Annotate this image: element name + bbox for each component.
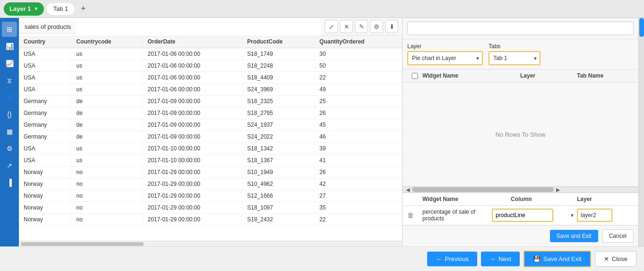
table-cell: 2017-01-10 00:00:00 [143,143,242,155]
table-cell: USA [19,60,71,72]
select-all-checkbox[interactable] [407,73,422,79]
widget-name-col-header: Widget Name [422,72,520,79]
right-vertical-scrollbar[interactable] [638,18,644,246]
table-cell: 2017-01-29 00:00:00 [143,190,242,202]
settings2-icon[interactable]: ⚙ [370,20,383,33]
widget-data-layer-col: Layer [577,196,634,202]
close-x-icon: ✕ [604,255,609,262]
sidebar-layers-icon[interactable]: ⊞ [2,22,17,37]
table-cell: 30 [315,48,402,60]
right-hscroll-thumb[interactable] [412,187,554,192]
table-cell: 2017-01-29 00:00:00 [143,178,242,190]
prev-arrow-icon: ← [436,255,442,262]
delete-widget-icon[interactable]: 🗑 [407,211,422,219]
data-table: Country Countrycode OrderDate ProductCod… [19,35,402,226]
data-panel: sales of products ⤢ ✕ ✎ ⚙ ⬇ Country Coun… [19,18,402,246]
previous-label: Previous [445,255,469,262]
sidebar-settings-icon[interactable]: ⚙ [2,141,17,156]
move-icon[interactable]: ⤢ [325,20,338,33]
table-cell: no [71,190,143,202]
layer-select[interactable]: Pie chart in Layer [407,51,483,65]
table-row: USAus2017-01-10 00:00:00S18_134239 [19,143,402,155]
download-icon[interactable]: ⬇ [385,20,398,33]
table-cell: no [71,166,143,178]
table-row: USAus2017-01-06 00:00:00S18_174930 [19,48,402,60]
save-and-exit-button[interactable]: 💾 Save And Exit [524,251,591,267]
table-row: Norwayno2017-01-29 00:00:00S18_243222 [19,214,402,226]
table-cell: de [71,119,143,131]
table-cell: 2017-01-09 00:00:00 [143,96,242,107]
table-cell: 2017-01-29 00:00:00 [143,202,242,214]
cancel-button-top[interactable]: Cancel [602,229,634,243]
sidebar-bar-chart-icon[interactable]: ▐ [2,175,17,190]
sidebar-code-icon[interactable]: {} [2,107,17,122]
tab1-label: Tab 1 [53,5,68,12]
close-button[interactable]: ✕ Close [595,251,636,267]
table-cell: us [71,60,143,72]
table-cell: S24_2022 [242,131,314,143]
widget-data-column-col: Column [511,196,577,202]
select-icon[interactable]: ✕ [340,20,353,33]
previous-button[interactable]: ← Previous [427,252,477,266]
table-cell: us [71,48,143,60]
tab1-item[interactable]: Tab 1 [46,2,75,16]
h-scroll-thumb[interactable] [21,242,144,246]
table-cell: 49 [315,84,402,96]
table-cell: 25 [315,96,402,107]
table-cell: S18_1367 [242,155,314,166]
edit-icon[interactable]: ✎ [355,20,368,33]
tabs-select[interactable]: Tab 1 [489,51,541,65]
save-and-exit-top-button[interactable]: Save and Exit [550,230,598,242]
horizontal-scrollbar[interactable] [19,241,402,246]
table-cell: 35 [315,202,402,214]
table-title: sales of products [19,20,77,34]
right-horizontal-scrollbar[interactable]: ◀ ▶ [403,186,638,193]
sidebar-user-icon[interactable]: 👤 [2,90,17,105]
table-row: USAus2017-01-06 00:00:00S18_224850 [19,60,402,72]
table-row: Norwayno2017-01-29 00:00:00S18_109735 [19,202,402,214]
table-cell: S18_2325 [242,96,314,107]
table-cell: S24_3969 [242,84,314,96]
close-label: Close [612,255,627,262]
table-cell: 42 [315,178,402,190]
sidebar-table-icon[interactable]: ▦ [2,124,17,139]
table-cell: us [71,143,143,155]
table-cell: 2017-01-09 00:00:00 [143,119,242,131]
next-arrow-icon: → [489,255,496,262]
table-cell: 50 [315,60,402,72]
no-rows-message: No Rows To Show [403,82,638,186]
table-cell: no [71,214,143,226]
sidebar-share-icon[interactable]: ↗ [2,158,17,173]
table-row: Germanyde2017-01-09 00:00:00S24_202246 [19,131,402,143]
search-input[interactable] [407,22,634,35]
layer-tab[interactable]: Layer 1 ▼ [4,2,44,16]
col-orderdate: OrderDate [143,35,242,48]
sidebar: ⊞ 📊 📈 ⧖ 👤 {} ▦ ⚙ ↗ ▐ [0,18,19,246]
sidebar-chart-icon[interactable]: 📊 [2,39,17,54]
widget-data-header: Widget Name Column Layer [403,193,638,206]
table-cell: S18_4409 [242,72,314,84]
sidebar-analytics-icon[interactable]: 📈 [2,56,17,71]
right-vscroll-thumb[interactable] [639,18,644,37]
column-select-chevron-icon: ▼ [570,213,575,218]
layer-select-wrapper: Pie chart in Layer ▼ [407,51,483,65]
col-country: Country [19,35,71,48]
layer-field: Layer Pie chart in Layer ▼ [407,43,483,65]
table-cell: 2017-01-06 00:00:00 [143,72,242,84]
table-cell: USA [19,72,71,84]
next-button[interactable]: → Next [481,252,520,266]
table-row: Norwayno2017-01-29 00:00:00S10_194926 [19,166,402,178]
table-cell: Germany [19,96,71,107]
widget-table-header: Widget Name Layer Tab Name [403,70,638,82]
table-cell: USA [19,143,71,155]
table-cell: S24_1937 [242,119,314,131]
add-tab-button[interactable]: + [77,3,89,15]
table-cell: S18_2432 [242,214,314,226]
sidebar-filter-icon[interactable]: ⧖ [2,73,17,88]
col-productcode: ProductCode [242,35,314,48]
table-cell: Norway [19,202,71,214]
table-cell: S10_1949 [242,166,314,178]
layer2-input[interactable] [577,209,612,222]
col-quantity: QuantityOrdered [315,35,402,48]
column-select[interactable]: productLine [492,209,553,222]
